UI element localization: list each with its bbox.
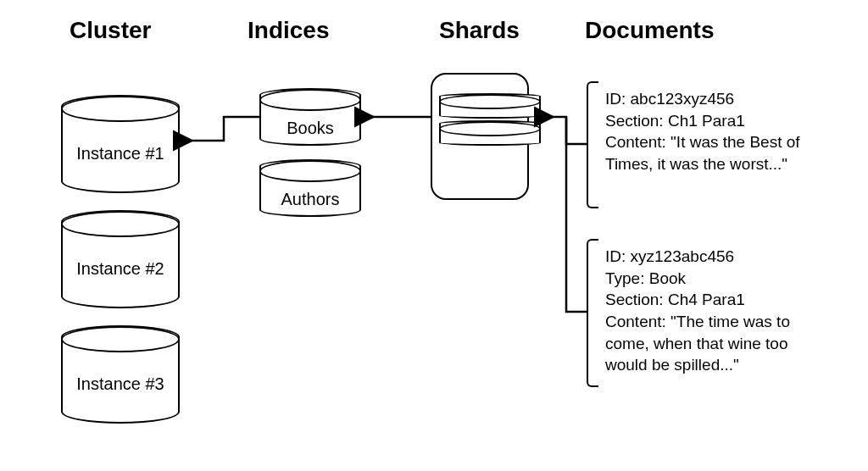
doc1-section: Section: Ch1 Para1 [605,110,810,132]
index-books-label: Books [261,119,359,138]
doc2-id: ID: xyz123abc456 [605,246,810,268]
shard-disk-1 [439,93,541,119]
heading-indices: Indices [248,17,329,44]
document-2: ID: xyz123abc456 Type: Book Section: Ch4… [593,239,814,387]
index-books: Books [259,88,361,146]
doc1-content: Content: "It was the Best of Times, it w… [605,131,810,175]
doc1-id: ID: abc123xyz456 [605,88,810,110]
cluster-instance-2-label: Instance #2 [63,259,178,279]
cluster-instance-1-label: Instance #1 [63,144,178,163]
index-authors: Authors [259,159,361,217]
cluster-instance-1: Instance #1 [61,95,180,193]
heading-cluster: Cluster [70,17,151,44]
shard-disk-2 [439,120,541,146]
cluster-instance-2: Instance #2 [61,210,180,308]
cluster-instance-3-label: Instance #3 [63,374,178,394]
document-1: ID: abc123xyz456 Section: Ch1 Para1 Cont… [593,81,814,208]
heading-documents: Documents [585,17,714,44]
bracket-icon [587,239,598,387]
bracket-icon [587,81,598,208]
doc2-type: Type: Book [605,268,810,290]
doc2-content: Content: "The time was to come, when tha… [605,311,810,376]
cluster-instance-3: Instance #3 [61,325,180,424]
index-authors-label: Authors [261,190,359,209]
doc2-section: Section: Ch4 Para1 [605,289,810,311]
heading-shards: Shards [439,17,520,44]
